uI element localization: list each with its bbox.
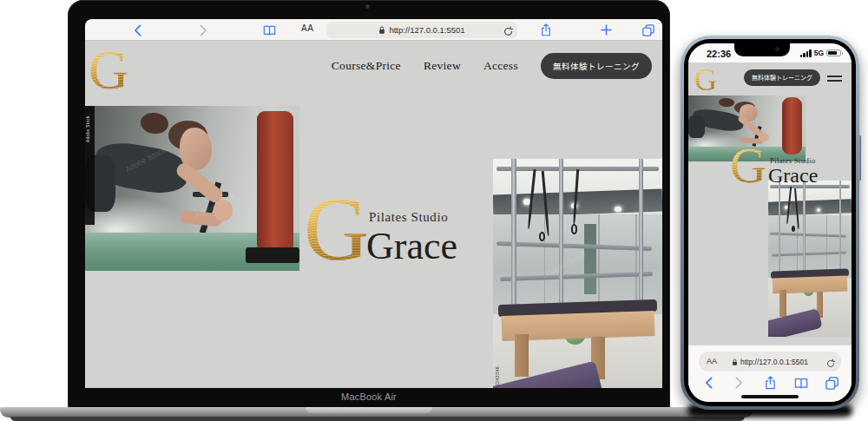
- brand-logo-mark: G: [730, 141, 766, 191]
- photo-mirror-seam: [544, 214, 546, 315]
- nav-link-course-price[interactable]: Course&Price: [332, 59, 401, 73]
- free-trial-cta-button[interactable]: 無料体験トレーニング: [541, 53, 652, 79]
- photo-frame-pole: [511, 159, 516, 314]
- free-trial-cta-button[interactable]: 無料体験トレーニング: [744, 69, 820, 86]
- photo-table-leg: [515, 334, 529, 377]
- photo-frame-pole: [639, 159, 643, 317]
- photo-frame-pole: [803, 181, 805, 274]
- address-bar[interactable]: AA http://127.0.0.1:5501: [699, 352, 841, 372]
- iphone-power-button: [858, 135, 861, 181]
- photo-woman-hip: [688, 115, 705, 138]
- iphone-frame: 22:36 5G G 無料体験トレーニング: [681, 36, 859, 410]
- brand-logo-mark: G: [304, 184, 369, 274]
- site-logo-mark[interactable]: G: [694, 64, 717, 95]
- photo-table-leg: [779, 290, 786, 317]
- tab-overview-icon[interactable]: [824, 375, 839, 391]
- adobe-stock-credit: Adobe Stock: [86, 115, 90, 142]
- hero-photo-plank: Adobe Stock Adobe Stock Adobe Stock: [85, 106, 299, 271]
- photo-bag-base: [246, 247, 299, 262]
- reader-aa-button[interactable]: AA: [707, 357, 717, 365]
- photo-punching-bag: [782, 97, 802, 154]
- bookmarks-icon[interactable]: [793, 375, 809, 391]
- brand-name: Grace: [768, 164, 818, 187]
- status-time: 22:36: [707, 49, 731, 59]
- address-bar[interactable]: http://127.0.0.1:5501: [326, 22, 517, 38]
- share-icon[interactable]: [538, 23, 553, 37]
- reader-aa-button[interactable]: AA: [301, 23, 313, 33]
- iphone-notch: [734, 43, 790, 56]
- url-text: http://127.0.0.1:5501: [740, 358, 808, 366]
- macbook-lid-notch: [306, 407, 432, 413]
- bookmarks-icon[interactable]: [262, 23, 277, 37]
- macbook-screen-bezel: AA http://127.0.0.1:5501: [68, 0, 670, 409]
- photo-punching-bag: [257, 111, 293, 253]
- nav-link-review[interactable]: Review: [424, 59, 461, 73]
- webcam-icon: [365, 4, 370, 9]
- back-icon[interactable]: [700, 375, 716, 391]
- photo-pilates-equipment: Adobe Stock #172243346: [493, 159, 662, 388]
- photo-frame-pole: [839, 181, 841, 279]
- website-desktop: G Course&Price Review Access 無料体験トレーニング: [85, 41, 662, 388]
- hamburger-menu-icon[interactable]: [827, 76, 842, 82]
- brand-subtitle: Pilates Studio: [369, 210, 448, 225]
- macbook-display: AA http://127.0.0.1:5501: [85, 19, 662, 388]
- photo-id-watermark: #172243346: [495, 366, 500, 388]
- photo-mirror-reflection: [584, 224, 596, 294]
- site-logo-mark[interactable]: G: [89, 43, 128, 98]
- photo-woman-ponytail: [719, 98, 734, 107]
- new-tab-icon[interactable]: [599, 23, 614, 37]
- safari-icon-row: [688, 375, 852, 391]
- iphone-screen: 22:36 5G G 無料体験トレーニング: [688, 43, 852, 402]
- safari-toolbar: AA http://127.0.0.1:5501: [85, 19, 662, 41]
- macbook-air-label: MacBook Air: [68, 391, 670, 402]
- photo-woman-ponytail: [141, 113, 168, 135]
- photo-spotlight: [817, 208, 820, 212]
- battery-icon: [826, 49, 841, 57]
- lock-icon: [732, 354, 738, 370]
- home-indicator[interactable]: [741, 395, 799, 398]
- brand-name: Grace: [366, 224, 457, 268]
- photo-mirror-seam: [826, 215, 827, 278]
- site-nav: Course&Price Review Access 無料体験トレーニング: [332, 53, 652, 79]
- cellular-signal-icon: [800, 49, 812, 57]
- front-camera-icon: [775, 47, 779, 51]
- nav-link-access[interactable]: Access: [483, 59, 518, 73]
- macbook-base-shadow: [10, 417, 745, 421]
- url-text: http://127.0.0.1:5501: [389, 25, 464, 35]
- device-mockup-stage: AA http://127.0.0.1:5501: [0, 0, 868, 421]
- photo-pilates-equipment: [768, 181, 852, 337]
- network-badge: 5G: [814, 49, 824, 57]
- photo-mirror-seam: [598, 214, 600, 315]
- tab-overview-icon[interactable]: [641, 23, 655, 37]
- reload-icon[interactable]: [503, 24, 513, 40]
- reload-icon[interactable]: [826, 356, 835, 372]
- photo-frame-pole: [779, 181, 780, 278]
- share-icon[interactable]: [762, 375, 778, 391]
- photo-frame-pole: [559, 159, 563, 309]
- forward-icon[interactable]: [732, 375, 747, 391]
- forward-icon[interactable]: [196, 23, 211, 37]
- lock-icon: [378, 23, 385, 38]
- safari-mobile-bar: AA http://127.0.0.1:5501: [688, 345, 852, 402]
- back-icon[interactable]: [130, 23, 145, 37]
